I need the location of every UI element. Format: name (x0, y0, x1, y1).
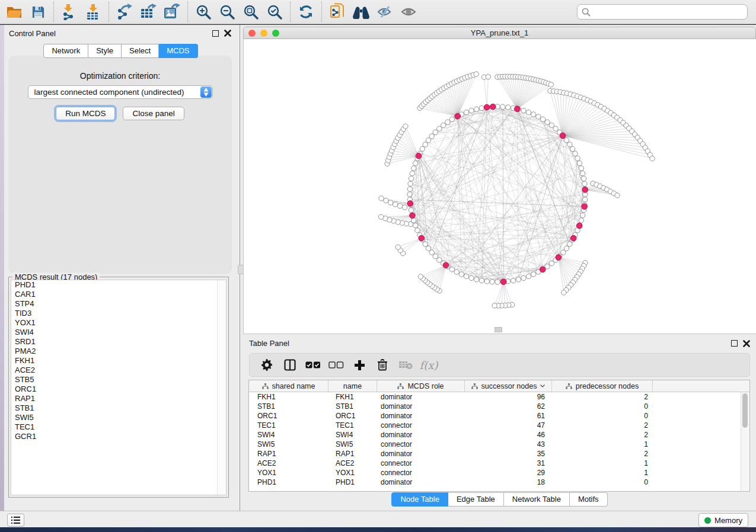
mcds-result-item[interactable]: TID3 (11, 309, 226, 318)
network-graph[interactable] (244, 39, 756, 334)
mcds-result-item[interactable]: RAP1 (11, 394, 226, 403)
zoom-selected-button[interactable] (263, 2, 286, 22)
float-panel-icon[interactable] (212, 30, 219, 37)
network-titlebar[interactable]: YPA_prune.txt_1 (243, 27, 756, 39)
mcds-result-item[interactable]: SWI4 (11, 328, 226, 337)
mcds-result-item[interactable]: STB5 (11, 375, 226, 384)
import-network-icon (62, 4, 77, 20)
table-cell: SWI4 (249, 431, 328, 439)
export-table-button[interactable] (136, 2, 160, 22)
canvas-splitter-handle[interactable] (495, 327, 502, 332)
mcds-result-item[interactable]: PHD1 (11, 280, 226, 290)
task-history-button[interactable] (7, 514, 24, 527)
import-network-button[interactable] (58, 2, 81, 22)
delete-column-button[interactable] (374, 356, 391, 374)
mcds-result-item[interactable]: ORC1 (11, 384, 226, 394)
close-panel-icon[interactable] (224, 30, 231, 37)
panel-splitter[interactable] (237, 25, 243, 511)
select-all-rows-button[interactable] (304, 356, 322, 374)
zoom-fit-button[interactable] (239, 2, 263, 22)
tab-style[interactable]: Style (88, 44, 122, 58)
mcds-result-item[interactable]: STB1 (11, 403, 226, 413)
deselect-all-rows-button[interactable] (327, 356, 345, 374)
tab-mcds[interactable]: MCDS (159, 44, 197, 58)
criterion-dropdown[interactable]: largest connected component (undirected) (28, 85, 213, 99)
mcds-result-list[interactable]: PHD1CAR1STP4TID3YOX1SWI4SRD1PMA2FKH1ACE2… (11, 280, 227, 495)
zoom-selected-icon (267, 4, 282, 20)
function-builder-button[interactable]: f(x) (420, 356, 438, 374)
export-network-button[interactable] (113, 2, 136, 22)
table-settings-button[interactable] (258, 356, 276, 374)
mcds-result-item[interactable]: CAR1 (11, 290, 226, 299)
table-row[interactable]: RAP1RAP1dominator352 (249, 449, 749, 459)
search-input[interactable] (594, 7, 743, 17)
table-cell: 61 (465, 412, 552, 420)
hide-selected-button[interactable] (373, 2, 397, 22)
column-header-shared-name[interactable]: shared name (249, 380, 328, 392)
network-from-selection-button[interactable] (326, 2, 349, 22)
mcds-result-item[interactable]: TEC1 (11, 422, 226, 432)
column-layout-button[interactable] (281, 356, 299, 374)
mcds-result-item[interactable]: PMA2 (11, 347, 226, 356)
mcds-result-item[interactable]: GCR1 (11, 432, 226, 441)
mcds-result-item[interactable]: FKH1 (11, 356, 226, 366)
tab-network-table[interactable]: Network Table (504, 492, 570, 507)
float-table-panel-icon[interactable] (731, 340, 738, 347)
table-cell: SWI4 (328, 431, 377, 439)
table-cell: 0 (552, 478, 653, 486)
mcds-result-item[interactable]: SRD1 (11, 337, 226, 347)
zoom-in-icon (196, 4, 211, 20)
zoom-out-button[interactable] (215, 2, 239, 22)
first-neighbors-button[interactable] (349, 2, 373, 22)
refresh-view-button[interactable] (294, 2, 318, 22)
close-table-panel-icon[interactable] (743, 340, 750, 347)
table-panel-title: Table Panel (249, 339, 289, 348)
table-row[interactable]: ORC1ORC1dominator610 (249, 411, 749, 421)
mcds-result-scrollbar[interactable] (217, 280, 226, 495)
eye-icon (400, 5, 417, 19)
mcds-result-item[interactable]: STP4 (11, 299, 226, 309)
table-cell: RAP1 (249, 450, 328, 458)
table-row[interactable]: STB1STB1dominator620 (249, 402, 749, 411)
table-row[interactable]: TEC1TEC1connector472 (249, 421, 749, 430)
tab-edge-table[interactable]: Edge Table (448, 492, 504, 507)
table-row[interactable]: FKH1FKH1dominator962 (249, 392, 749, 402)
tab-select[interactable]: Select (122, 44, 159, 58)
save-session-button[interactable] (26, 2, 50, 22)
column-header-mcds-role[interactable]: MCDS role (377, 380, 465, 392)
column-header-predecessor-nodes[interactable]: predecessor nodes (552, 380, 653, 392)
open-file-button[interactable] (2, 2, 26, 22)
column-header-successor-nodes[interactable]: successor nodes (465, 380, 552, 392)
add-column-button[interactable] (350, 356, 368, 374)
desktop-wallpaper-strip (0, 25, 4, 511)
table-row[interactable]: PHD1PHD1dominator180 (249, 477, 749, 487)
table-cell: connector (377, 440, 465, 448)
mcds-result-item[interactable]: YOX1 (11, 318, 226, 328)
column-header-name[interactable]: name (328, 380, 377, 392)
memory-button[interactable]: Memory (698, 513, 748, 527)
node-table[interactable]: shared name name MCDS role (248, 380, 750, 492)
show-all-button[interactable] (397, 2, 420, 22)
search-box[interactable] (577, 4, 748, 20)
tab-node-table[interactable]: Node Table (391, 492, 448, 507)
table-row[interactable]: YOX1YOX1connector291 (249, 468, 749, 477)
export-image-button[interactable] (160, 2, 184, 22)
table-scrollbar-thumb[interactable] (742, 393, 748, 428)
mcds-result-item[interactable]: SWI5 (11, 413, 226, 422)
table-scrollbar[interactable] (741, 392, 749, 491)
tab-motifs[interactable]: Motifs (570, 492, 608, 507)
import-table-button[interactable] (81, 2, 105, 22)
table-cell: 18 (465, 478, 552, 486)
table-row[interactable]: SWI4SWI4dominator462 (249, 430, 749, 440)
table-row[interactable]: SWI5SWI5connector431 (249, 440, 749, 449)
table-row[interactable]: ACE2ACE2connector311 (249, 459, 749, 468)
delete-table-button[interactable] (397, 356, 414, 374)
toolbar-separator (290, 2, 291, 22)
tab-network[interactable]: Network (43, 44, 88, 58)
network-canvas[interactable] (243, 39, 756, 334)
run-mcds-button[interactable]: Run MCDS (56, 107, 115, 120)
zoom-in-button[interactable] (192, 2, 215, 22)
close-panel-button[interactable]: Close panel (123, 107, 184, 120)
network-area: YPA_prune.txt_1 Table Panel (243, 25, 756, 511)
mcds-result-item[interactable]: ACE2 (11, 366, 226, 375)
